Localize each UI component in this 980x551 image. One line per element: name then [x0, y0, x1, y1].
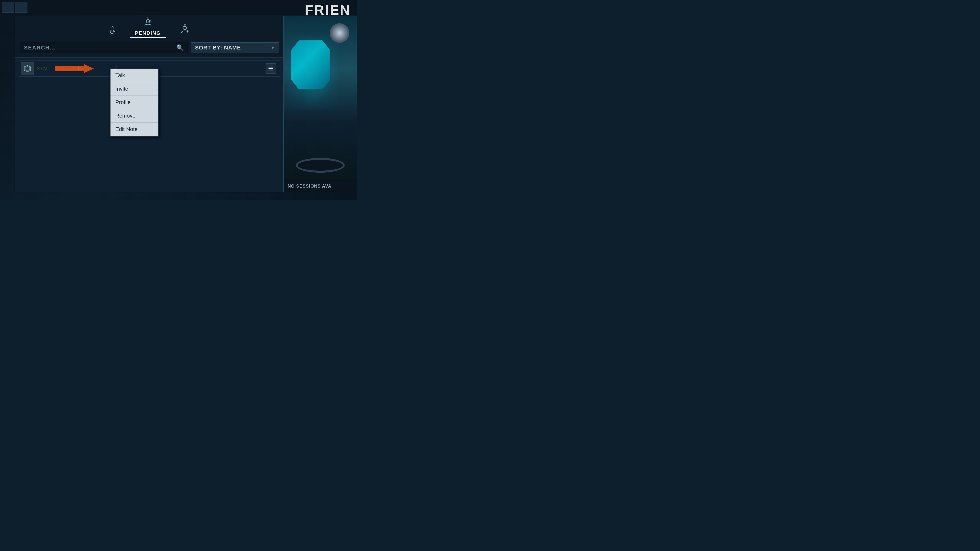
thumbnail-2 — [15, 2, 27, 13]
tab-badge-2: 2 — [184, 24, 186, 28]
context-menu-profile[interactable]: Profile — [110, 96, 158, 109]
search-sort-bar: SEARCH... 🔍 SORT BY: NAME ▼ — [15, 38, 284, 57]
context-menu-edit-note[interactable]: Edit Note — [110, 123, 158, 136]
tab-badge-pending: 1 — [147, 17, 149, 21]
sort-box[interactable]: SORT BY: NAME ▼ — [191, 42, 279, 53]
context-menu: Talk Invite Profile Remove Edit Note — [110, 68, 159, 137]
tab-item-0[interactable]: 0 ⟳ — [110, 28, 115, 38]
context-menu-invite[interactable]: Invite — [110, 82, 158, 96]
context-menu-remove[interactable]: Remove — [110, 109, 158, 123]
right-panel: NO SESSIONS AVA — [283, 16, 357, 192]
main-panel: 0 ⟳ 1 PENDING 2 — [15, 16, 284, 192]
friend-avatar — [21, 62, 34, 75]
tab-label-pending: PENDING — [135, 30, 161, 36]
sort-label: SORT BY: NAME — [195, 44, 241, 51]
no-sessions-bar: NO SESSIONS AVA — [284, 180, 357, 192]
scifi-object — [291, 40, 330, 89]
friend-list: XxN___NyX → 0 Talk Invite Profile Remove… — [15, 57, 284, 79]
context-menu-pointer — [113, 65, 117, 69]
scifi-orb — [330, 23, 349, 43]
search-icon: 🔍 — [177, 44, 184, 51]
tab-item-2[interactable]: 2 — [180, 25, 189, 38]
header-thumbnails — [0, 0, 29, 15]
svg-marker-6 — [25, 67, 30, 71]
sort-dropdown-icon: ▼ — [270, 45, 275, 51]
search-box[interactable]: SEARCH... 🔍 — [20, 42, 188, 53]
tab-item-pending[interactable]: 1 PENDING — [135, 19, 161, 38]
tab-bar: 0 ⟳ 1 PENDING 2 — [15, 16, 284, 38]
redacted-overlay — [55, 62, 99, 75]
context-menu-talk[interactable]: Talk — [110, 69, 158, 82]
search-placeholder: SEARCH... — [24, 44, 56, 51]
friend-row: XxN___NyX → 0 Talk Invite Profile Remove… — [19, 60, 280, 77]
scifi-ring — [296, 158, 345, 173]
tab-badge-0: 0 — [111, 26, 114, 30]
no-sessions-label: NO SESSIONS AVA — [288, 184, 331, 189]
thumbnail-1 — [2, 2, 14, 13]
friend-menu-button[interactable] — [266, 64, 276, 74]
